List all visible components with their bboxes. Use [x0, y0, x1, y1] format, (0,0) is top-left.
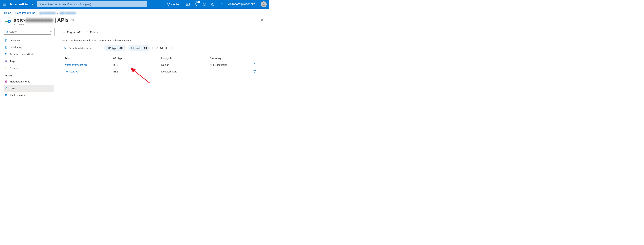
breadcrumb-rg-name[interactable]: rg-xxxxxxxxxx	[40, 11, 56, 14]
table-row: Pet Store API REST Development	[62, 68, 264, 75]
api-title-link[interactable]: weatherforecast-api	[64, 63, 88, 66]
api-title-link[interactable]: Pet Store API	[64, 70, 80, 73]
sidebar-item-overview[interactable]: Overview	[4, 37, 54, 44]
search-icon	[38, 3, 41, 6]
filter-icon	[155, 47, 158, 49]
search-icon	[64, 47, 67, 49]
breadcrumb-resource-groups[interactable]: Resource groups	[15, 11, 35, 14]
trash-icon	[253, 70, 256, 73]
breadcrumb-home[interactable]: Home	[4, 11, 11, 14]
svg-point-0	[39, 3, 40, 5]
more-actions-button[interactable]: ···	[77, 18, 80, 22]
sidebar-item-label: Access control (IAM)	[10, 53, 34, 56]
svg-point-1	[167, 3, 170, 6]
global-search-input[interactable]	[41, 3, 146, 6]
breadcrumb: Home › Resource groups › rg-xxxxxxxxxx ›…	[0, 9, 269, 16]
sidebar-scrollbar[interactable]	[54, 28, 55, 36]
sidebar-item-label: Metadata schema	[10, 80, 30, 83]
api-type-cell: REST	[113, 63, 161, 66]
breadcrumb-resource-name[interactable]: apic-xxxxxxxx	[60, 11, 76, 14]
avatar[interactable]	[261, 1, 267, 7]
feedback-button[interactable]	[217, 0, 225, 9]
sidebar-item-label: APIs	[10, 87, 15, 90]
chevron-right-icon: ›	[13, 11, 14, 14]
metadata-schema-icon	[4, 80, 8, 83]
hamburger-menu-button[interactable]	[0, 0, 9, 9]
sidebar-item-apis[interactable]: APIs	[4, 85, 54, 92]
cloud-shell-button[interactable]	[184, 0, 192, 9]
sidebar-item-tags[interactable]: Tags	[4, 58, 54, 64]
sidebar-item-access-control[interactable]: Access control (IAM)	[4, 51, 54, 58]
activity-log-icon	[4, 46, 8, 49]
access-control-icon	[4, 53, 8, 56]
collapse-sidebar-button[interactable]: «	[50, 30, 52, 33]
sidebar-item-metadata-schema[interactable]: Metadata schema	[4, 78, 54, 85]
sidebar-item-label: Overview	[10, 39, 20, 42]
sidebar-search[interactable]	[4, 29, 51, 34]
sidebar-search-input[interactable]	[8, 30, 49, 33]
notifications-button[interactable]: 20+	[192, 0, 200, 9]
command-bar: ＋ Register API Refresh	[62, 29, 264, 35]
cloud-shell-icon	[186, 3, 190, 6]
svg-point-16	[5, 53, 6, 54]
environments-icon	[4, 94, 8, 97]
sidebar: « Overview Activity log Access control (…	[0, 27, 55, 101]
sidebar-item-environments[interactable]: Environments	[4, 92, 54, 99]
col-header-apitype[interactable]: API type	[113, 57, 161, 59]
col-header-summary[interactable]: Summary	[210, 57, 253, 59]
overview-icon	[4, 39, 8, 42]
favorite-button[interactable]: ☆	[71, 18, 74, 22]
filter-pill-lifecycle[interactable]: Lifecycle : All	[128, 45, 150, 51]
refresh-button[interactable]: Refresh	[86, 30, 99, 34]
close-blade-button[interactable]: ✕	[260, 17, 264, 23]
person-icon	[262, 2, 266, 6]
sidebar-item-label: Tags	[10, 60, 15, 63]
svg-rect-15	[5, 46, 7, 49]
copilot-label: Copilot	[171, 3, 180, 6]
hamburger-icon	[3, 3, 6, 5]
delete-api-button[interactable]	[253, 70, 262, 73]
filter-search-placeholder: Search to filter items...	[68, 47, 94, 49]
copilot-button[interactable]: Copilot	[166, 0, 180, 9]
settings-button[interactable]	[201, 0, 208, 9]
api-lifecycle-cell: Development	[161, 70, 210, 73]
global-search[interactable]	[37, 1, 147, 7]
top-bar: Microsoft Azure Copilot 20+ MICROSOFT (M…	[0, 0, 269, 9]
col-header-title[interactable]: Title	[64, 57, 113, 59]
svg-point-10	[5, 21, 6, 22]
brand-label[interactable]: Microsoft Azure	[9, 2, 37, 6]
svg-point-20	[6, 88, 7, 89]
add-filter-button[interactable]: Add filter	[152, 45, 173, 51]
filter-search[interactable]: Search to filter items...	[62, 45, 102, 51]
page-subtitle: API Center	[14, 23, 80, 26]
api-center-icon	[4, 18, 12, 25]
sidebar-item-label: Events	[10, 67, 18, 69]
sidebar-item-label: Activity log	[10, 46, 22, 49]
sidebar-item-activity-log[interactable]: Activity log	[4, 44, 54, 51]
svg-point-4	[204, 4, 205, 5]
svg-point-9	[9, 21, 10, 22]
svg-point-11	[6, 31, 8, 32]
sidebar-item-events[interactable]: Events	[4, 64, 54, 71]
page-title: apic-xxxxxxxxx | APIs	[14, 17, 69, 23]
col-header-lifecycle[interactable]: Lifecycle	[161, 57, 210, 59]
chevron-right-icon: ›	[57, 11, 58, 14]
register-api-button[interactable]: ＋ Register API	[62, 30, 81, 34]
delete-api-button[interactable]	[253, 63, 262, 66]
events-icon	[4, 66, 8, 69]
notification-badge: 20+	[196, 1, 200, 3]
svg-point-21	[5, 88, 6, 89]
svg-rect-3	[186, 3, 190, 6]
api-summary-cell: API Description	[210, 63, 253, 66]
refresh-icon	[86, 30, 88, 34]
help-icon	[211, 2, 214, 6]
feedback-icon	[219, 2, 223, 6]
page-header: apic-xxxxxxxxx | APIs ☆ ··· API Center ✕	[0, 16, 269, 27]
svg-point-6	[222, 3, 222, 4]
filter-pill-apitype[interactable]: API type : All	[104, 45, 126, 51]
table-header-row: Title API type Lifecycle Summary	[62, 55, 264, 61]
svg-point-18	[5, 60, 6, 61]
account-label[interactable]: MICROSOFT (MICROSOFT.ONMI...	[226, 3, 260, 5]
svg-point-7	[263, 3, 264, 4]
help-button[interactable]	[209, 0, 216, 9]
